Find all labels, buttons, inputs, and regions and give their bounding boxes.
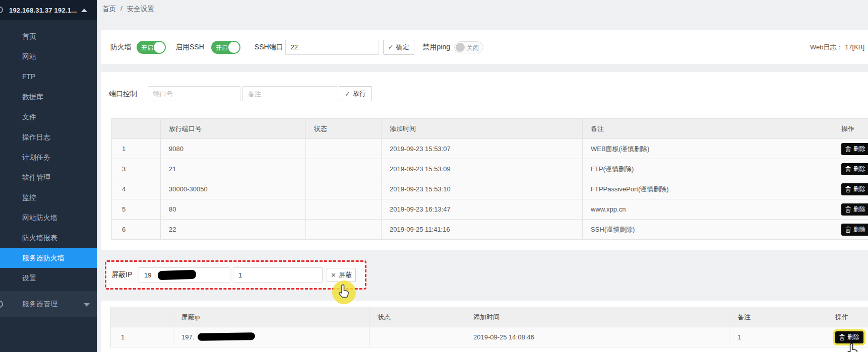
table-row: 5 80 2019-09-23 16:13:47 www.xpp.cn 删除 [112, 199, 868, 220]
delete-label: 删除 [853, 205, 865, 214]
cell-status [306, 159, 382, 179]
weblog-label: Web日志： [810, 43, 843, 51]
toggle-state-label: 关闭 [467, 44, 479, 52]
ssh-port-input[interactable] [285, 40, 379, 55]
delete-port-button[interactable]: 删除 [841, 143, 868, 155]
toggle-knob [456, 43, 465, 52]
sidebar-item-database[interactable]: 数据库 [0, 87, 97, 107]
sidebar-item-settings[interactable]: 设置 [0, 268, 97, 288]
section-icon [0, 301, 3, 308]
col-port: 放行端口号 [161, 119, 306, 139]
toggle-knob [228, 42, 239, 53]
delete-label: 删除 [847, 333, 859, 341]
breadcrumb-home[interactable]: 首页 [102, 5, 116, 14]
collapse-up-icon[interactable] [81, 9, 87, 12]
weblog-value: 17[KB] [845, 43, 864, 51]
table-header-row: 放行端口号 状态 添加时间 备注 操作 [112, 119, 868, 139]
sidebar-item-software[interactable]: 软件管理 [0, 167, 97, 187]
cell-index: 3 [112, 159, 161, 179]
firewall-toggle[interactable]: 开启 [137, 41, 166, 54]
redaction-scribble [198, 332, 255, 341]
cell-port: 80 [161, 199, 306, 220]
trash-icon [845, 146, 851, 152]
delete-port-button[interactable]: 删除 [841, 203, 868, 216]
trash-icon [839, 334, 845, 340]
table-header-row: 屏蔽ip 状态 添加时间 备注 操作 [111, 307, 868, 327]
sidebar-item-firewall-report[interactable]: 防火墙报表 [0, 228, 97, 248]
trash-icon [845, 227, 851, 233]
cell-status [306, 220, 382, 240]
sidebar-item-logs[interactable]: 操作日志 [0, 127, 97, 147]
sidebar-item-home[interactable]: 首页 [0, 26, 97, 46]
cell-index: 5 [112, 199, 161, 220]
table-row: 1 9080 2019-09-23 15:53:07 WEB面板(谨慎删除) 删… [112, 139, 868, 159]
weblog-size: Web日志： 17[KB] [810, 43, 864, 52]
port-rules-panel: 端口控制 ✓ 放行 放行端口号 状态 添加时间 备注 操作 [101, 72, 868, 250]
hand-cursor-icon [337, 284, 352, 301]
delete-port-button[interactable]: 删除 [841, 163, 868, 175]
port-note-input[interactable] [242, 86, 337, 101]
confirm-button-label: 确定 [396, 43, 409, 52]
block-button-label: 屏蔽 [339, 270, 352, 279]
cell-port: 30000-30050 [161, 179, 306, 199]
toggle-knob [154, 42, 165, 53]
redaction-scribble [158, 270, 197, 280]
cell-note: SSH(谨慎删除) [583, 220, 833, 240]
cell-note: FTP(谨慎删除) [583, 159, 833, 179]
blocked-ip-table: 屏蔽ip 状态 添加时间 备注 操作 1 197. 2019-09-25 14:… [110, 307, 868, 347]
block-note-input[interactable] [233, 267, 323, 283]
col-action: 操作 [827, 307, 868, 327]
ping-toggle[interactable]: 关闭 [454, 41, 483, 53]
cell-note: FTPPassivePort(谨慎删除) [583, 179, 833, 199]
ssh-toggle[interactable]: 开启 [211, 41, 240, 54]
cell-time: 2019-09-23 16:13:47 [382, 199, 583, 220]
sidebar-item-monitor[interactable]: 监控 [0, 187, 97, 207]
port-number-input[interactable] [148, 86, 240, 101]
delete-port-button[interactable]: 删除 [841, 224, 868, 236]
cell-time: 2019-09-23 15:53:10 [382, 179, 583, 199]
app-window: 192.168.31.37 192.1... 首页 网站 FTP 数据库 文件 … [0, 0, 868, 352]
enable-ssh-label: 启用SSH [175, 43, 204, 52]
col-time: 添加时间 [382, 119, 583, 139]
cell-index: 1 [112, 139, 161, 159]
confirm-button[interactable]: ✓ 确定 [383, 40, 414, 55]
delete-blocked-ip-button[interactable]: 删除 [835, 331, 863, 343]
toggle-state-label: 开启 [216, 44, 228, 52]
cell-note: WEB面板(谨慎删除) [583, 139, 833, 159]
server-title: 192.168.31.37 192.1... [9, 7, 77, 14]
sidebar-item-cron[interactable]: 计划任务 [0, 147, 97, 167]
sidebar-item-sites[interactable]: 网站 [0, 46, 97, 66]
col-time: 添加时间 [465, 307, 729, 327]
block-button[interactable]: ✕ 屏蔽 [327, 268, 356, 282]
firewall-toolbar: 防火墙 开启 启用SSH 开启 SSH端口 ✓ 确定 禁用ping 关闭 Web… [101, 30, 868, 64]
col-note: 备注 [583, 119, 833, 139]
disable-ping-label: 禁用ping [423, 43, 450, 52]
breadcrumb-separator: / [120, 5, 122, 14]
block-ip-label: 屏蔽IP [111, 270, 132, 279]
firewall-label: 防火墙 [110, 43, 132, 52]
delete-label: 删除 [853, 225, 865, 234]
sidebar-header[interactable]: 192.168.31.37 192.1... [0, 0, 97, 20]
sidebar-item-files[interactable]: 文件 [0, 107, 97, 127]
sidebar-nav: 首页 网站 FTP 数据库 文件 操作日志 计划任务 软件管理 监控 网站防火墙… [0, 20, 97, 288]
allow-port-button[interactable]: ✓ 放行 [339, 86, 372, 101]
cell-status [306, 199, 382, 220]
trash-icon [845, 166, 851, 172]
delete-label: 删除 [853, 145, 865, 153]
hand-cursor-icon [845, 342, 860, 352]
cell-time: 2019-09-23 15:53:09 [382, 159, 583, 179]
col-ip: 屏蔽ip [173, 307, 369, 327]
sidebar-section-server-management[interactable]: 服务器管理 [0, 291, 97, 317]
breadcrumb-current: 安全设置 [127, 5, 154, 14]
section-label: 服务器管理 [22, 300, 57, 309]
breadcrumb: 首页 / 安全设置 [102, 5, 154, 14]
delete-port-button[interactable]: 删除 [841, 183, 868, 195]
port-control-label: 端口控制 [109, 86, 137, 101]
table-row: 4 30000-30050 2019-09-23 15:53:10 FTPPas… [112, 179, 868, 199]
sidebar-item-site-firewall[interactable]: 网站防火墙 [0, 207, 97, 228]
cell-index: 6 [112, 220, 161, 240]
sidebar-item-server-firewall[interactable]: 服务器防火墙 [0, 248, 97, 268]
cell-port: 9080 [161, 139, 306, 159]
sidebar-item-ftp[interactable]: FTP [0, 66, 97, 87]
allow-button-label: 放行 [353, 89, 366, 98]
